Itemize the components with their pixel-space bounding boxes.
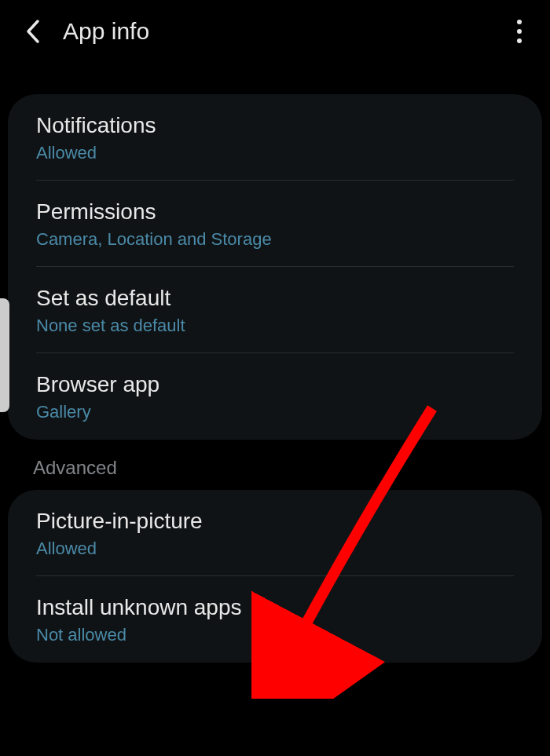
more-options-icon[interactable] (511, 13, 528, 49)
item-title: Browser app (36, 372, 514, 397)
chevron-left-icon (25, 19, 41, 44)
item-title: Set as default (36, 286, 514, 311)
settings-card-1: Notifications Allowed Permissions Camera… (8, 94, 542, 440)
item-title: Picture-in-picture (36, 509, 514, 534)
back-icon[interactable] (22, 20, 44, 42)
item-subtitle: Allowed (36, 539, 514, 559)
item-subtitle: Allowed (36, 143, 514, 163)
item-subtitle: Camera, Location and Storage (36, 229, 514, 250)
settings-card-2: Picture-in-picture Allowed Install unkno… (8, 490, 542, 663)
set-default-item[interactable]: Set as default None set as default (8, 267, 542, 353)
picture-in-picture-item[interactable]: Picture-in-picture Allowed (8, 490, 542, 576)
page-title: App info (63, 18, 149, 45)
install-unknown-apps-item[interactable]: Install unknown apps Not allowed (8, 576, 542, 663)
item-subtitle: Not allowed (36, 625, 514, 645)
item-subtitle: None set as default (36, 316, 514, 336)
permissions-item[interactable]: Permissions Camera, Location and Storage (8, 181, 542, 267)
item-title: Notifications (36, 113, 514, 138)
notifications-item[interactable]: Notifications Allowed (8, 94, 542, 181)
scroll-indicator[interactable] (0, 298, 9, 412)
item-title: Install unknown apps (36, 595, 514, 620)
header-left: App info (22, 18, 149, 45)
advanced-section-header: Advanced (0, 457, 550, 484)
app-header: App info (0, 0, 550, 63)
browser-app-item[interactable]: Browser app Gallery (8, 353, 542, 440)
item-title: Permissions (36, 199, 514, 225)
item-subtitle: Gallery (36, 402, 514, 422)
